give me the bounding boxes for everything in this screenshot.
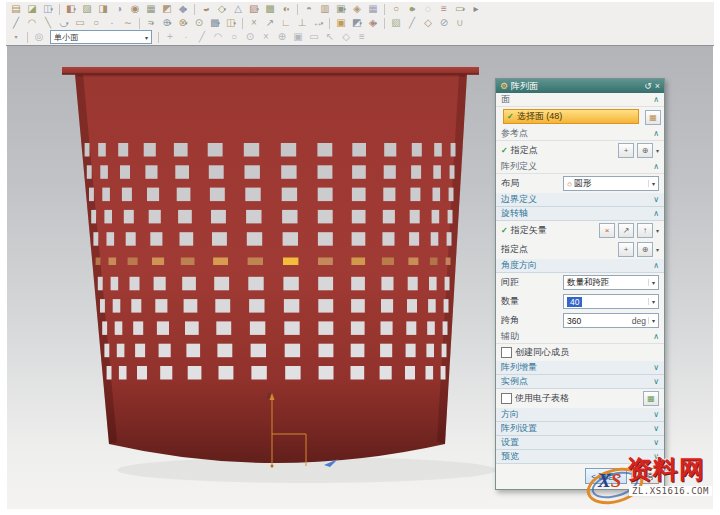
fillet-icon[interactable]: ◡▾ xyxy=(57,17,71,30)
use-spreadsheet-checkbox[interactable] xyxy=(501,393,512,404)
chevron-down-icon[interactable]: ▾ xyxy=(656,246,659,253)
close-icon[interactable]: × xyxy=(655,81,660,91)
selection-mode-icon[interactable]: ◎ xyxy=(32,31,46,44)
selected-face[interactable] xyxy=(351,258,365,266)
selected-face[interactable] xyxy=(382,258,394,266)
point-dialog-icon[interactable]: + xyxy=(618,143,634,158)
selected-face[interactable] xyxy=(408,258,418,266)
pattern-feature-icon[interactable]: ▩ xyxy=(263,3,277,16)
snap-point-icon[interactable]: + xyxy=(163,31,177,44)
selected-face[interactable] xyxy=(96,258,101,266)
cursor-icon[interactable]: ↖ xyxy=(323,31,337,44)
show-constraints-icon[interactable]: ▣ xyxy=(334,17,348,30)
boolean-unite-icon[interactable]: ◆▾ xyxy=(176,3,190,16)
shell-icon[interactable]: ◩ xyxy=(160,3,174,16)
selected-face[interactable] xyxy=(283,258,298,266)
basket-body[interactable] xyxy=(75,74,467,463)
point-icon[interactable]: ∙ xyxy=(105,17,119,30)
vector-icon[interactable]: ↑ xyxy=(637,223,653,238)
span-value[interactable]: 360 xyxy=(567,316,581,326)
section-angle-direction[interactable]: 角度方向 ∧ xyxy=(496,259,664,273)
type-filter-caret-icon[interactable]: ▾ xyxy=(9,31,23,44)
extend-icon[interactable]: ↗ xyxy=(263,17,277,30)
section-pattern-definition[interactable]: 阵列定义 ∧ xyxy=(496,160,664,174)
selected-face[interactable] xyxy=(213,258,228,266)
orient-view-icon[interactable]: ◩▾ xyxy=(350,17,364,30)
span-field[interactable]: 360 deg ▾ xyxy=(563,313,659,328)
quick-trim-icon[interactable]: × xyxy=(247,17,261,30)
dimension-icon[interactable]: ↔▾ xyxy=(311,17,325,30)
delete-face-icon[interactable]: ▣▾ xyxy=(334,3,348,16)
expression-icon[interactable]: ≡ xyxy=(437,3,451,16)
basket-rim[interactable] xyxy=(62,67,479,74)
section-pattern-increment[interactable]: 阵列增量 ∨ xyxy=(496,361,664,375)
selected-face[interactable] xyxy=(318,258,333,266)
trim-body-icon[interactable]: ▧▾ xyxy=(247,3,261,16)
bounded-plane-icon[interactable]: ▭ xyxy=(307,31,321,44)
point-icon[interactable]: ⊕ xyxy=(637,242,653,257)
create-concentric-checkbox[interactable] xyxy=(501,347,512,358)
graphics-viewport[interactable]: Z ⚙ 阵列面 ↺ × 面 ∧ ✓ 选择面 (48) ▦ xyxy=(7,46,713,509)
section-instance-points[interactable]: 实例点 ∨ xyxy=(496,375,664,389)
grid-icon[interactable]: ≡ xyxy=(355,31,369,44)
analysis-icon[interactable]: ●▾ xyxy=(405,3,419,16)
measure-icon[interactable]: ○ xyxy=(389,3,403,16)
edge-blend-icon[interactable]: ◒▾ xyxy=(199,3,213,16)
point-on-curve-icon[interactable]: ⊕ xyxy=(275,31,289,44)
finish-sketch-icon[interactable]: ◈▾ xyxy=(366,17,380,30)
hole-icon[interactable]: ◉ xyxy=(128,3,142,16)
layout-dropdown[interactable]: ○ 圆形 ▾ xyxy=(563,176,659,191)
mirror-curve-icon[interactable]: ◫▾ xyxy=(224,17,238,30)
project-curve-icon[interactable]: ⊕▾ xyxy=(160,17,174,30)
chamfer-icon[interactable]: ◇▾ xyxy=(215,3,229,16)
replace-face-icon[interactable]: ▥ xyxy=(318,3,332,16)
count-field[interactable]: 40 ▾ xyxy=(563,294,659,309)
move-face-icon[interactable]: ◈ xyxy=(350,3,364,16)
chevron-down-icon[interactable]: ▾ xyxy=(656,227,659,234)
point-dialog-icon[interactable]: + xyxy=(618,242,634,257)
circle-center-icon[interactable]: ○ xyxy=(227,31,241,44)
section-face[interactable]: 面 ∧ xyxy=(496,93,664,107)
display-options-icon[interactable]: ◌ xyxy=(421,3,435,16)
sketch-style-icon[interactable]: ▧ xyxy=(389,17,403,30)
continuous-dim-icon[interactable]: ╱ xyxy=(405,17,419,30)
quadrant-icon[interactable]: ⊙ xyxy=(243,31,257,44)
section-auxiliary[interactable]: 辅助 ∧ xyxy=(496,330,664,344)
rectangle-icon[interactable]: ▭ xyxy=(73,17,87,30)
selected-face[interactable] xyxy=(152,258,164,266)
extrude-icon[interactable]: ◨ xyxy=(96,3,110,16)
snapshot-icon[interactable]: ▭▾ xyxy=(453,3,467,16)
arc-icon[interactable]: ◠ xyxy=(25,17,39,30)
helper-icon[interactable]: ∪ xyxy=(453,17,467,30)
intersect-curve-icon[interactable]: ⊗▾ xyxy=(176,17,190,30)
pattern-curve-icon[interactable]: ▩▾ xyxy=(208,17,222,30)
section-reference-point[interactable]: 参考点 ∧ xyxy=(496,127,664,141)
selected-face[interactable] xyxy=(128,258,138,266)
section-boundary-definition[interactable]: 边界定义 ∨ xyxy=(496,193,664,207)
offset-curve-icon[interactable]: ≈▾ xyxy=(144,17,158,30)
profile-icon[interactable]: ╱ xyxy=(9,17,23,30)
section-settings[interactable]: 设置 ∨ xyxy=(496,436,664,450)
selected-face[interactable] xyxy=(181,258,195,266)
selection-scope-dropdown[interactable]: 单小面 ▾ xyxy=(50,30,152,44)
section-pattern-settings[interactable]: 阵列设置 ∨ xyxy=(496,422,664,436)
circle-icon[interactable]: ○ xyxy=(89,17,103,30)
stop-at-intersection-icon[interactable]: ⊘ xyxy=(437,17,451,30)
select-face-row[interactable]: ✓ 选择面 (48) xyxy=(503,109,639,124)
count-value[interactable]: 40 xyxy=(567,297,582,307)
datum-plane-icon[interactable]: ◧▾ xyxy=(64,3,78,16)
line-icon[interactable]: ╲ xyxy=(41,17,55,30)
chevron-down-icon[interactable]: ▾ xyxy=(656,147,659,154)
sketch-icon[interactable]: ▨ xyxy=(80,3,94,16)
constraints-icon[interactable]: ⊥ xyxy=(295,17,309,30)
selected-face[interactable] xyxy=(109,258,117,266)
intersection-icon[interactable]: × xyxy=(259,31,273,44)
section-orientation[interactable]: 方向 ∨ xyxy=(496,408,664,422)
spacing-dropdown[interactable]: 数量和跨距 ▾ xyxy=(563,275,659,290)
open-file-icon[interactable]: ◪ xyxy=(25,3,39,16)
spreadsheet-icon[interactable]: ▦ xyxy=(643,391,659,406)
mid-point-icon[interactable]: ╱ xyxy=(195,31,209,44)
curve-rule-icon[interactable]: ◇ xyxy=(421,17,435,30)
section-rotation-axis[interactable]: 旋转轴 ∧ xyxy=(496,207,664,221)
vector-dialog-icon[interactable]: ↗ xyxy=(618,223,634,238)
